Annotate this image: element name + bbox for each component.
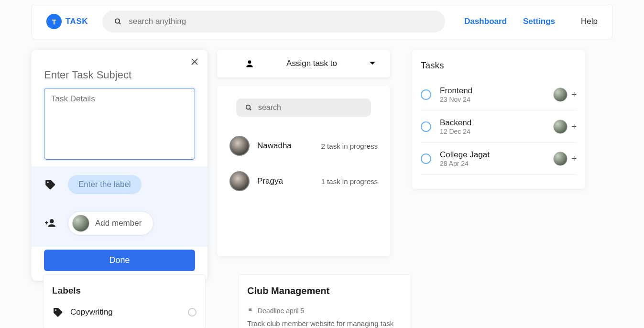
tag-icon [52, 306, 64, 318]
task-name: Frontend [440, 86, 553, 96]
add-member-pill[interactable]: Add member [68, 211, 153, 235]
task-member-row: Add member [32, 203, 207, 247]
avatar [553, 87, 568, 102]
labels-panel: Labels Copywriting [43, 274, 206, 328]
task-date: 23 Nov 24 [440, 96, 553, 103]
radio-icon[interactable] [421, 89, 431, 100]
radio-icon[interactable] [188, 308, 196, 317]
avatar [229, 171, 250, 191]
assign-task-label: Assign task to [286, 59, 337, 68]
club-deadline-text: Deadline april 5 [258, 307, 304, 315]
radio-icon[interactable] [421, 121, 431, 132]
logo-text: TASK [65, 17, 88, 26]
assign-list-panel: Nawadha 2 task in progress Pragya 1 task… [217, 86, 390, 256]
svg-point-0 [115, 19, 120, 23]
tasks-heading: Tasks [421, 60, 577, 71]
svg-point-6 [246, 105, 251, 109]
label-name: Copywriting [70, 307, 113, 317]
task-row[interactable]: College Jagat 28 Apr 24 + [421, 142, 577, 175]
assign-person-meta: 2 task in progress [321, 142, 378, 150]
logo[interactable]: T TASK [46, 14, 88, 29]
search-icon [114, 17, 122, 26]
create-task-card: Enter Task Subject Enter the label Add m… [32, 50, 207, 281]
task-label-row: Enter the label [32, 166, 207, 203]
nav-help[interactable]: Help [581, 17, 598, 26]
close-icon[interactable] [191, 58, 198, 65]
avatar [553, 120, 568, 134]
tag-icon [44, 178, 56, 191]
add-assignee-button[interactable]: + [571, 122, 577, 132]
add-member-label: Add member [95, 219, 142, 228]
assign-person-name: Pragya [257, 176, 283, 186]
person-icon [245, 59, 254, 68]
header-nav: Dashboard Settings Help [464, 17, 598, 26]
global-search-input[interactable] [129, 17, 434, 26]
create-task-title: Enter Task Subject [32, 50, 207, 88]
assign-search[interactable] [236, 98, 371, 117]
global-search[interactable] [102, 11, 445, 33]
club-management-card: Club Management Deadline april 5 Track c… [238, 274, 411, 328]
done-button[interactable]: Done [44, 250, 195, 271]
avatar [229, 136, 250, 156]
svg-point-5 [248, 60, 251, 64]
add-assignee-button[interactable]: + [571, 90, 577, 100]
task-row[interactable]: Frontend 23 Nov 24 + [421, 78, 577, 110]
task-date: 28 Apr 24 [440, 160, 553, 167]
avatar [553, 152, 568, 166]
nav-dashboard[interactable]: Dashboard [464, 17, 507, 26]
assign-person[interactable]: Pragya 1 task in progress [229, 164, 378, 199]
tasks-panel: Tasks Frontend 23 Nov 24 + Backend 12 De… [412, 50, 585, 189]
assign-person-name: Nawadha [257, 141, 292, 151]
svg-line-1 [119, 23, 120, 24]
club-description: Track club member website for managing t… [247, 319, 402, 328]
person-add-icon [44, 217, 56, 230]
task-row[interactable]: Backend 12 Dec 24 + [421, 110, 577, 142]
svg-line-7 [250, 109, 251, 110]
app-header: T TASK Dashboard Settings Help [32, 4, 612, 39]
radio-icon[interactable] [421, 153, 431, 164]
club-deadline: Deadline april 5 [247, 307, 402, 315]
assign-task-dropdown[interactable]: Assign task to [217, 50, 390, 77]
labels-heading: Labels [52, 285, 196, 296]
nav-settings[interactable]: Settings [523, 17, 555, 26]
assign-person[interactable]: Nawadha 2 task in progress [229, 128, 378, 164]
task-name: College Jagat [440, 150, 553, 160]
task-details-field[interactable] [44, 88, 195, 160]
add-assignee-button[interactable]: + [571, 154, 577, 164]
label-row[interactable]: Copywriting [52, 306, 196, 318]
chevron-down-icon [369, 61, 376, 66]
task-date: 12 Dec 24 [440, 128, 553, 135]
avatar [72, 215, 89, 232]
assign-search-input[interactable] [258, 103, 362, 112]
svg-point-4 [50, 219, 54, 223]
label-input-pill[interactable]: Enter the label [68, 175, 142, 194]
flag-icon [247, 307, 254, 314]
assign-person-meta: 1 task in progress [321, 177, 378, 186]
logo-badge: T [46, 14, 62, 29]
club-heading: Club Management [247, 285, 402, 296]
task-details-input[interactable] [51, 94, 188, 152]
search-icon [245, 103, 252, 112]
task-name: Backend [440, 118, 553, 128]
